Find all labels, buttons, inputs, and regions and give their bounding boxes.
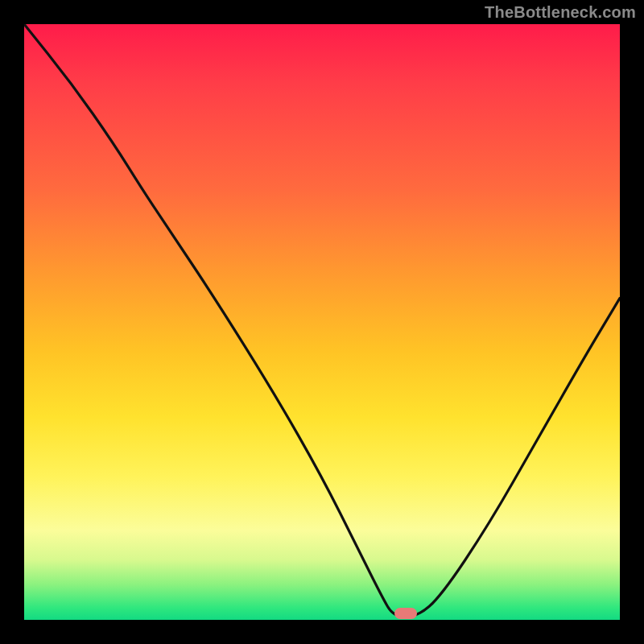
plot-area [24,24,620,620]
bottleneck-curve-path [24,24,620,617]
curve-overlay [24,24,620,620]
attribution-label: TheBottleneck.com [485,3,636,22]
chart-frame: TheBottleneck.com [0,0,644,644]
optimal-marker [394,608,417,619]
